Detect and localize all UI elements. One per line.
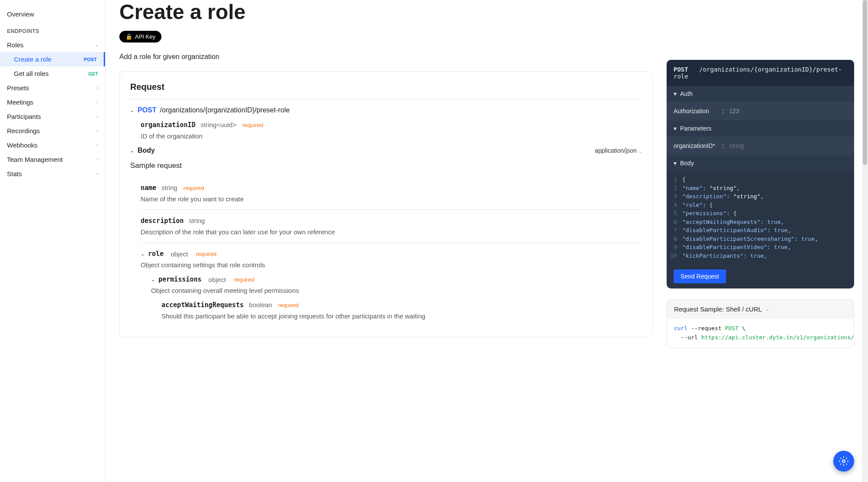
sidebar-section-label: ENDPOINTS — [0, 21, 105, 38]
sidebar-item-meetings[interactable]: Meetings › — [0, 95, 105, 109]
try-body-label: Body — [680, 160, 694, 167]
authorization-input[interactable] — [729, 108, 805, 115]
content-columns: Add a role for given organization Reques… — [119, 53, 854, 348]
caret-down-icon: ▾ — [674, 90, 677, 97]
main-content: Create a role 🔒 API Key Add a role for g… — [105, 0, 868, 482]
param-description: Object containing settings that role con… — [141, 261, 642, 269]
nav-label: Webhooks — [7, 141, 38, 149]
colon: : — [722, 142, 724, 149]
endpoint-row[interactable]: ⌄ POST /organizations/{organizationID}/p… — [130, 106, 642, 114]
try-auth-row: Authorization : — [667, 102, 854, 121]
param-name: organizationID — [141, 121, 195, 129]
chevron-right-icon: › — [97, 157, 98, 162]
page-title: Create a role — [119, 0, 854, 24]
required-tag: required — [196, 251, 217, 257]
field-description: description string Description of the ro… — [141, 210, 642, 243]
required-tag: required — [184, 185, 204, 191]
sidebar-overview[interactable]: Overview — [0, 7, 105, 21]
caret-down-icon[interactable]: ⌄ — [151, 277, 155, 282]
sidebar-item-presets[interactable]: Presets › — [0, 81, 105, 95]
sidebar-item-stats[interactable]: Stats › — [0, 167, 105, 181]
param-description: ID of the organization — [141, 132, 642, 140]
sidebar-item-participants[interactable]: Participants › — [0, 109, 105, 124]
organization-id-input[interactable] — [729, 142, 805, 149]
try-path-text: /organizations/{organizationID}/preset-r… — [674, 66, 842, 80]
scrollbar-thumb[interactable] — [863, 0, 867, 165]
curl-flag: --url — [681, 334, 698, 341]
nav-label: Stats — [7, 170, 22, 177]
try-auth-label: Auth — [680, 90, 693, 97]
try-it-panel: POST /organizations/{organizationID}/pre… — [667, 60, 854, 289]
chevron-right-icon: › — [97, 85, 98, 90]
sidebar-item-recordings[interactable]: Recordings › — [0, 124, 105, 138]
nav-label: Team Management — [7, 156, 62, 163]
caret-down-icon: ▾ — [674, 125, 677, 132]
auth-badge: 🔒 API Key — [119, 31, 161, 43]
try-param-key: organizationID* — [674, 142, 717, 149]
caret-down-icon: ▾ — [674, 160, 677, 167]
curl-url: https://api.cluster.dyte.in/v1/organizat… — [701, 334, 854, 341]
try-params-section[interactable]: ▾ Parameters — [667, 121, 854, 136]
scrollbar-track[interactable] — [862, 0, 868, 482]
try-method: POST — [674, 66, 688, 73]
sample-header[interactable]: Request Sample: Shell / cURL ⌄ — [667, 299, 854, 319]
nav-label: Roles — [7, 41, 23, 49]
json-editor[interactable]: 1{2 "name": "string",3 "description": "s… — [667, 171, 854, 264]
page-description: Add a role for given organization — [119, 53, 653, 61]
param-description: Name of the role you want to create — [141, 195, 642, 203]
required-tag: required — [243, 122, 263, 128]
nav-label: Create a role — [14, 56, 52, 63]
caret-down-icon: ⌄ — [130, 108, 134, 113]
settings-fab[interactable] — [833, 451, 854, 472]
chevron-down-icon: ⌄ — [95, 43, 98, 47]
path-param-block: organizationID string<uuid> required ID … — [130, 121, 642, 140]
curl-code: curl --request POST \ --url https://api.… — [667, 319, 854, 348]
chevron-down-icon: ⌄ — [638, 149, 642, 154]
chevron-right-icon: › — [97, 128, 98, 133]
method-badge: POST — [84, 57, 97, 62]
param-name: description — [141, 217, 184, 225]
method-badge: GET — [88, 71, 98, 76]
sample-heading: Request Sample: Shell / cURL — [674, 305, 762, 313]
try-header: POST /organizations/{organizationID}/pre… — [667, 60, 854, 86]
endpoint-path: /organizations/{organizationID}/preset-r… — [160, 106, 290, 114]
nav-label: Participants — [7, 113, 41, 120]
try-body-section[interactable]: ▾ Body — [667, 155, 854, 171]
chevron-right-icon: › — [97, 100, 98, 105]
try-param-row: organizationID* : — [667, 136, 854, 155]
try-auth-key: Authorization — [674, 108, 717, 115]
content-type-select[interactable]: application/json ⌄ — [595, 147, 642, 154]
required-tag: required — [233, 276, 254, 283]
field-role: ⌄ role object required Object containing… — [141, 243, 642, 327]
app-root: Overview ENDPOINTS Roles ⌄ Create a role… — [0, 0, 868, 482]
nav-label: Get all roles — [14, 70, 49, 77]
send-wrap: Send Request — [667, 264, 854, 289]
nav-label: Presets — [7, 84, 29, 92]
nav-label: Recordings — [7, 127, 40, 134]
field-name: name string required Name of the role yo… — [141, 177, 642, 210]
sidebar-item-webhooks[interactable]: Webhooks › — [0, 138, 105, 152]
try-auth-section[interactable]: ▾ Auth — [667, 86, 854, 102]
caret-down-icon[interactable]: ⌄ — [141, 251, 145, 257]
gear-icon — [838, 456, 849, 466]
content-type-value: application/json — [595, 147, 637, 154]
colon: : — [722, 108, 724, 115]
chevron-down-icon: ⌄ — [766, 307, 769, 311]
curl-flag: --request — [691, 325, 721, 331]
chevron-right-icon: › — [97, 114, 98, 119]
http-method: POST — [138, 106, 157, 114]
sidebar-item-team-management[interactable]: Team Management › — [0, 152, 105, 167]
param-name: name — [141, 184, 156, 192]
svg-point-0 — [842, 460, 845, 462]
sidebar-item-roles[interactable]: Roles ⌄ — [0, 38, 105, 52]
send-request-button[interactable]: Send Request — [674, 269, 726, 283]
body-row[interactable]: ⌄ Body application/json ⌄ — [130, 147, 642, 154]
caret-down-icon: ⌄ — [130, 148, 134, 154]
chevron-right-icon: › — [97, 143, 98, 148]
request-panel: Request ⌄ POST /organizations/{organizat… — [119, 71, 653, 338]
sidebar-item-get-roles[interactable]: Get all roles GET — [0, 66, 105, 81]
nested-accept-waiting: acceptWaitingRequests boolean required S… — [151, 301, 642, 320]
request-sample-panel: Request Sample: Shell / cURL ⌄ curl --re… — [667, 299, 854, 348]
param-name: acceptWaitingRequests — [161, 301, 244, 309]
sidebar-item-create-role[interactable]: Create a role POST — [0, 52, 105, 66]
